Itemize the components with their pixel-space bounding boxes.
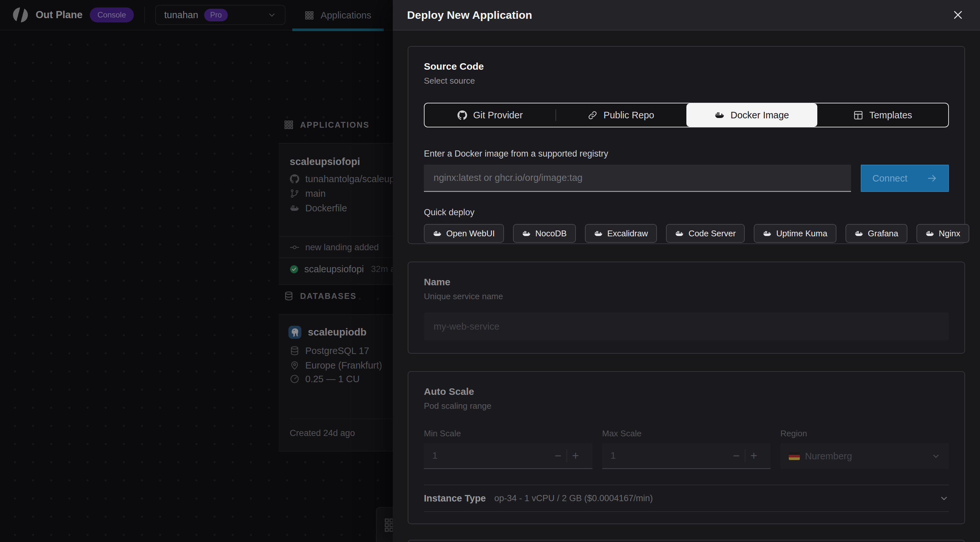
link-icon: [587, 110, 598, 120]
source-code-heading: Source Code: [424, 61, 949, 72]
region-label: Region: [780, 429, 949, 438]
tab-public-repo[interactable]: Public Repo: [555, 104, 686, 127]
connect-button[interactable]: Connect: [861, 165, 949, 192]
min-scale-label: Min Scale: [424, 429, 592, 438]
min-scale-value: 1: [432, 450, 438, 461]
docker-icon: [714, 110, 725, 120]
deploy-modal: Deploy New Application Source Code Selec…: [393, 0, 980, 542]
max-scale-decrement-button[interactable]: −: [728, 450, 745, 462]
name-subheading: Unique service name: [424, 292, 949, 301]
next-section-peek: [408, 540, 965, 542]
tab-label: Public Repo: [603, 110, 654, 121]
close-icon[interactable]: [950, 7, 966, 23]
quick-deploy-label-text: Uptime Kuma: [776, 228, 827, 239]
templates-icon: [853, 110, 863, 120]
max-scale-field: Max Scale 1 − +: [602, 429, 771, 469]
github-icon: [457, 110, 467, 120]
connect-label: Connect: [872, 173, 907, 184]
auto-scale-subheading: Pod scaling range: [424, 401, 949, 411]
quick-deploy-open-webui[interactable]: Open WebUI: [424, 224, 504, 243]
quick-deploy-label: Quick deploy: [424, 207, 949, 217]
min-scale-increment-button[interactable]: +: [567, 450, 584, 462]
instance-type-value: op-34 - 1 vCPU / 2 GB ($0.0004167/min): [494, 493, 653, 504]
screen: Out Plane Console tunahan Pro Applicatio…: [0, 0, 980, 542]
quick-deploy-uptime-kuma[interactable]: Uptime Kuma: [754, 224, 837, 243]
quick-deploy-label-text: Code Server: [688, 228, 736, 239]
min-scale-decrement-button[interactable]: −: [550, 450, 566, 462]
quick-deploy-label-text: Grafana: [868, 228, 898, 239]
source-tabs: Git Provider Public Repo Docker Image Te…: [424, 103, 949, 128]
name-heading: Name: [424, 276, 949, 287]
tab-git-provider[interactable]: Git Provider: [425, 104, 555, 127]
quick-deploy-label-text: Nginx: [939, 228, 960, 239]
region-field: Region Nuremberg: [780, 429, 949, 469]
docker-image-label: Enter a Docker image from a supported re…: [424, 149, 949, 159]
quick-deploy-code-server[interactable]: Code Server: [666, 224, 745, 243]
auto-scale-heading: Auto Scale: [424, 386, 949, 397]
max-scale-label: Max Scale: [602, 429, 771, 438]
tab-templates[interactable]: Templates: [817, 104, 948, 127]
chevron-down-icon: [939, 493, 949, 503]
docker-image-input[interactable]: [424, 165, 851, 192]
modal-title: Deploy New Application: [407, 9, 532, 21]
region-value: Nuremberg: [805, 451, 852, 462]
instance-type-row[interactable]: Instance Type op-34 - 1 vCPU / 2 GB ($0.…: [424, 485, 949, 512]
modal-body: Source Code Select source Git Provider P…: [393, 31, 980, 542]
tab-label: Templates: [869, 110, 912, 121]
docker-icon: [594, 229, 603, 238]
quick-deploy-row: Open WebUI NocoDB Excalidraw Code Server…: [424, 224, 949, 243]
docker-icon: [763, 229, 772, 238]
region-select[interactable]: Nuremberg: [780, 443, 949, 469]
max-scale-value: 1: [611, 450, 616, 461]
tab-docker-image[interactable]: Docker Image: [686, 104, 817, 127]
name-section: Name Unique service name: [408, 261, 965, 354]
chevron-down-icon: [931, 451, 940, 461]
quick-deploy-label-text: Open WebUI: [446, 228, 495, 239]
docker-icon: [675, 229, 684, 238]
docker-icon: [522, 229, 531, 238]
arrow-right-icon: [927, 173, 937, 183]
quick-deploy-nocodb[interactable]: NocoDB: [513, 224, 576, 243]
min-scale-field: Min Scale 1 − +: [424, 429, 592, 469]
docker-icon: [854, 229, 863, 238]
instance-type-label: Instance Type: [424, 493, 486, 504]
max-scale-increment-button[interactable]: +: [745, 450, 762, 462]
source-code-section: Source Code Select source Git Provider P…: [408, 46, 965, 244]
auto-scale-section: Auto Scale Pod scaling range Min Scale 1…: [408, 371, 965, 524]
quick-deploy-grafana[interactable]: Grafana: [845, 224, 907, 243]
tab-label: Docker Image: [730, 110, 789, 121]
quick-deploy-nginx[interactable]: Nginx: [916, 224, 969, 243]
docker-icon: [433, 229, 442, 238]
modal-header: Deploy New Application: [393, 0, 980, 30]
quick-deploy-excalidraw[interactable]: Excalidraw: [585, 224, 657, 243]
max-scale-stepper[interactable]: 1 − +: [602, 443, 771, 469]
source-code-subheading: Select source: [424, 76, 949, 86]
min-scale-stepper[interactable]: 1 − +: [424, 443, 592, 469]
quick-deploy-label-text: Excalidraw: [607, 228, 648, 239]
tab-label: Git Provider: [473, 110, 523, 121]
docker-icon: [926, 229, 934, 238]
service-name-input[interactable]: [424, 312, 949, 340]
quick-deploy-label-text: NocoDB: [535, 228, 567, 239]
germany-flag-icon: [789, 452, 800, 460]
